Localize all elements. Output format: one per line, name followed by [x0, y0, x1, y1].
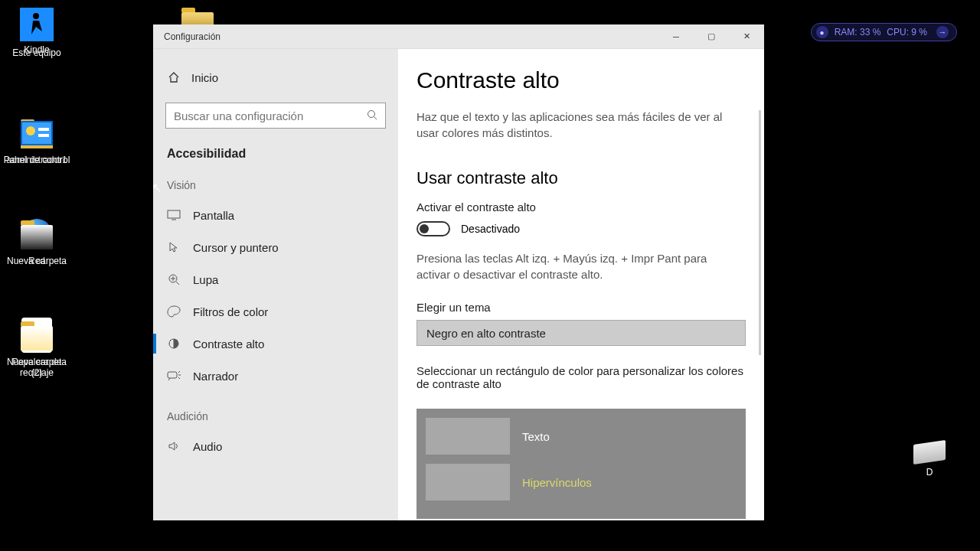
sidebar-item-label: Narrador	[193, 370, 238, 383]
mic-icon: ●	[816, 26, 828, 38]
section-heading: Accesibilidad	[153, 147, 398, 161]
ram-stat: RAM: 33 %	[835, 27, 881, 37]
group-audio: Audición	[153, 410, 398, 422]
group-vision: Visión	[153, 179, 398, 191]
drive-label: D	[926, 467, 933, 478]
window-title: Configuración	[153, 31, 658, 42]
theme-label: Elegir un tema	[416, 301, 755, 314]
page-description: Haz que el texto y las aplicaciones sea …	[416, 109, 738, 141]
folder-icon	[18, 317, 55, 354]
high-contrast-toggle[interactable]	[416, 221, 450, 236]
svg-rect-6	[38, 128, 49, 131]
svg-line-20	[170, 340, 171, 341]
desktop-icon-kindle[interactable]: Kindle	[0, 8, 74, 55]
sidebar-item-cursor[interactable]: Cursor y puntero	[153, 231, 398, 263]
desktop-icon-label: Nueva carpeta	[7, 256, 67, 266]
desktop-icon-controlpanel[interactable]: Panel de control	[0, 115, 74, 165]
svg-point-5	[26, 126, 35, 135]
search-icon	[367, 109, 377, 122]
content-panel: Contraste alto Haz que el texto y las ap…	[398, 49, 764, 520]
minimize-button[interactable]: ─	[658, 24, 694, 49]
page-title: Contraste alto	[416, 67, 755, 93]
desktop-icon-newfolder2[interactable]: Nueva carpeta (2)	[0, 317, 74, 379]
narrator-icon	[167, 369, 181, 383]
svg-rect-7	[38, 134, 49, 137]
magnifier-icon	[167, 272, 181, 286]
section-use-title: Usar contraste alto	[416, 168, 755, 188]
shortcut-hint: Presiona las teclas Alt izq. + Mayús izq…	[416, 250, 738, 282]
svg-line-25	[178, 377, 180, 379]
sidebar-item-label: Lupa	[193, 273, 218, 286]
audio-icon	[167, 439, 181, 453]
svg-line-21	[177, 340, 178, 341]
system-stats-widget[interactable]: ● RAM: 33 % CPU: 9 % →	[811, 23, 957, 41]
theme-dropdown[interactable]: Negro en alto contraste	[416, 320, 746, 346]
svg-rect-22	[168, 372, 177, 378]
toggle-label: Activar el contraste alto	[416, 201, 755, 214]
sidebar-item-audio[interactable]: Audio	[153, 430, 398, 462]
color-swatch	[426, 464, 510, 500]
scrollbar[interactable]	[759, 110, 761, 355]
customize-label: Seleccionar un rectángulo de color para …	[416, 364, 746, 390]
dropdown-selected: Negro en alto contraste	[426, 327, 546, 340]
palette-icon	[167, 305, 181, 318]
kindle-icon	[20, 8, 54, 41]
sidebar-item-filtros[interactable]: Filtros de color	[153, 295, 398, 328]
search-box[interactable]	[165, 103, 386, 129]
sidebar-item-label: Cursor y puntero	[193, 241, 279, 254]
desktop-icon-label: Kindle	[24, 44, 49, 55]
desktop-icon-drive-d[interactable]: D	[906, 442, 952, 478]
desktop-icon-label: Panel de control	[4, 155, 70, 165]
sidebar-item-label: Contraste alto	[193, 337, 264, 350]
svg-line-23	[178, 371, 180, 373]
sidebar-item-contraste[interactable]: Contraste alto	[153, 328, 398, 360]
svg-line-9	[374, 116, 377, 119]
color-row-hipervinculos[interactable]: Hipervínculos	[426, 464, 737, 500]
maximize-button[interactable]: ▢	[694, 24, 729, 49]
sidebar-item-label: Pantalla	[193, 209, 234, 222]
search-input[interactable]	[174, 109, 367, 122]
color-swatch	[426, 418, 510, 455]
sidebar-item-lupa[interactable]: Lupa	[153, 263, 398, 295]
color-label: Hipervínculos	[522, 476, 592, 489]
sidebar: Inicio Accesibilidad Visión Pantalla Cur…	[153, 49, 398, 520]
sidebar-item-label: Filtros de color	[193, 305, 268, 318]
folder-icon	[18, 216, 55, 253]
home-label: Inicio	[191, 71, 218, 84]
svg-rect-4	[21, 122, 52, 145]
svg-point-8	[368, 110, 375, 117]
settings-window: Configuración ─ ▢ ✕ Inicio Accesibilidad…	[153, 24, 764, 520]
desktop-icon-label: Nueva carpeta (2)	[0, 357, 74, 379]
desktop-icon-newfolder1[interactable]: Nueva carpeta	[0, 216, 74, 266]
color-preview-panel: Texto Hipervínculos	[416, 409, 746, 519]
sidebar-item-pantalla[interactable]: Pantalla	[153, 199, 398, 231]
titlebar[interactable]: Configuración ─ ▢ ✕	[153, 24, 764, 49]
home-link[interactable]: Inicio	[153, 64, 398, 90]
svg-rect-10	[168, 210, 180, 218]
home-icon	[167, 70, 181, 84]
svg-point-3	[33, 13, 39, 19]
display-icon	[167, 208, 181, 222]
drive-icon	[913, 440, 946, 465]
color-row-texto[interactable]: Texto	[426, 418, 737, 455]
sidebar-item-label: Audio	[193, 440, 222, 453]
toggle-state: Desactivado	[461, 223, 520, 235]
close-button[interactable]: ✕	[729, 24, 764, 49]
control-panel-icon	[18, 115, 55, 152]
cpu-stat: CPU: 9 %	[887, 27, 927, 37]
contrast-icon	[167, 337, 181, 350]
color-label: Texto	[522, 430, 550, 443]
sidebar-item-narrador[interactable]: Narrador	[153, 360, 398, 392]
cursor-icon	[167, 240, 181, 254]
svg-line-13	[176, 282, 179, 285]
arrow-right-icon[interactable]: →	[936, 26, 949, 38]
taskbar[interactable]	[0, 533, 980, 551]
desktop: Este equipo Kindle administrador1 Panel …	[0, 0, 153, 551]
